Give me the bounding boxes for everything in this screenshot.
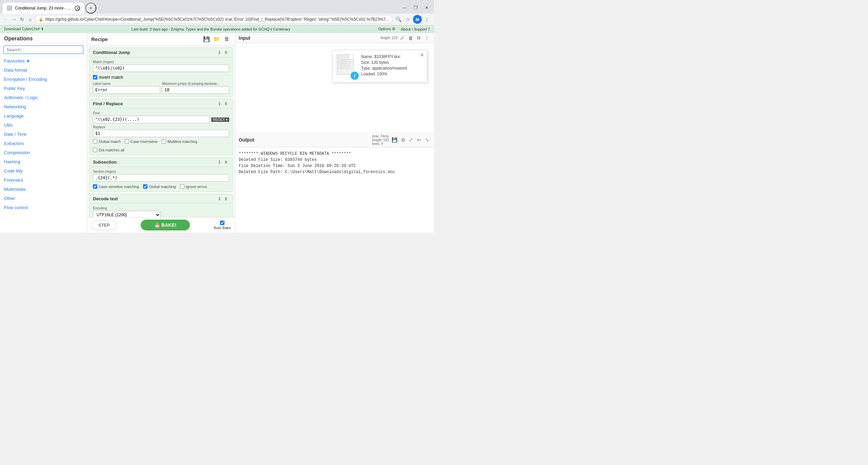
profile-button[interactable]: M [413, 15, 422, 24]
ignore-errors-checkbox[interactable]: Ignore errors [180, 184, 207, 189]
app-banner: Download CyberChef ⬇ Last build: 3 days … [0, 25, 434, 33]
bookmark-icon[interactable]: ☆ [403, 15, 412, 24]
save-recipe-button[interactable]: 💾 [202, 35, 211, 43]
multiline-1-checkbox[interactable]: Multiline matching [162, 139, 197, 144]
sidebar-item-date-time[interactable]: Date / Time [0, 130, 87, 139]
output-restore-button[interactable]: ⤢ [408, 136, 414, 143]
sidebar-item-utils[interactable]: Utils [0, 120, 87, 130]
sidebar-item-other[interactable]: Other [0, 194, 87, 203]
find-replace-1-card: Find / Replace ℹ ⏸ Find REGEX ▾ Replace [89, 99, 233, 155]
input-maximize-button[interactable]: ⤢ [399, 35, 406, 41]
reload-button[interactable]: ↻ [19, 15, 25, 24]
step-button[interactable]: STEP [91, 220, 117, 230]
subsection-pause-button[interactable]: ⏸ [223, 159, 229, 165]
invert-match-checkbox[interactable] [93, 75, 97, 79]
sidebar-item-compression[interactable]: Compression [0, 148, 87, 157]
sidebar-item-networking[interactable]: Networking [0, 102, 87, 111]
conditional-jump-header: Conditional Jump ℹ ⏸ [90, 48, 233, 57]
tab-close-button[interactable]: ✕ [75, 5, 80, 11]
output-save-button[interactable]: 💾 [390, 136, 399, 143]
minimize-button[interactable]: — [400, 3, 410, 12]
home-button[interactable]: ⌂ [27, 15, 34, 24]
find-replace-1-info-button[interactable]: ℹ [218, 101, 221, 107]
subsection-header: Subsection ℹ ⏸ [90, 157, 233, 167]
file-loaded: Loaded: 100% [361, 72, 407, 76]
input-trash-button[interactable]: 🗑 [407, 35, 414, 41]
back-button[interactable]: ← [3, 15, 9, 24]
label-name-input[interactable] [93, 86, 160, 94]
sidebar-item-favourites[interactable]: Favourites ★ [0, 56, 87, 66]
sidebar-item-forensics[interactable]: Forensics [0, 175, 87, 185]
max-jumps-label: Maximum jumps (if jumping backwar... [162, 82, 229, 86]
clear-recipe-button[interactable]: 🗑 [223, 35, 231, 43]
section-input[interactable] [93, 174, 229, 182]
sidebar-item-hashing[interactable]: Hashing [0, 157, 87, 166]
recipe-header: Recipe 💾 📁 🗑 [87, 33, 235, 45]
sidebar-item-flow-control[interactable]: Flow control [0, 203, 87, 212]
case-insensitive-1-checkbox[interactable]: Case insensitive [125, 139, 158, 144]
io-panels: Input length: 120 ⤢ 🗑 ⧉ ⋮ [235, 33, 434, 232]
sidebar-item-extractors-label: Extractors [4, 141, 24, 146]
file-info-popup: i Name: $1038FPY.doc Size: 120 bytes Typ… [332, 50, 427, 82]
sidebar-item-language[interactable]: Language [0, 111, 87, 120]
sidebar-item-extractors[interactable]: Extractors [0, 139, 87, 148]
conditional-jump-info-button[interactable]: ℹ [218, 50, 221, 55]
global-match-1-checkbox[interactable]: Global match [93, 139, 121, 144]
output-content: ******** WINDOWS RECYCLE BIN METADATA **… [235, 147, 434, 233]
encoding-select[interactable]: UTF16LE (1200) [93, 211, 161, 217]
file-type: Type: application/msword [361, 66, 407, 71]
conditional-jump-actions: ℹ ⏸ [218, 50, 229, 55]
subsection-info-button[interactable]: ℹ [218, 159, 221, 165]
encoding-label: Encoding [93, 206, 229, 210]
load-recipe-button[interactable]: 📁 [213, 35, 221, 43]
popup-close-button[interactable]: ✕ [420, 52, 424, 58]
find-1-input[interactable] [93, 116, 210, 123]
search-icon[interactable]: 🔍 [394, 15, 403, 24]
sidebar: Operations Favourites ★ Data format Encr… [0, 33, 87, 232]
sidebar-item-public-key[interactable]: Public Key [0, 84, 87, 93]
sidebar-item-favourites-label: Favourites [4, 58, 25, 63]
output-maximize-button[interactable]: ⤡ [424, 136, 431, 143]
subsection-card: Subsection ℹ ⏸ Section (regex) Case sens… [89, 157, 233, 192]
bake-button[interactable]: 🎂 BAKE! [141, 220, 190, 230]
input-menu-button[interactable]: ⋮ [423, 35, 431, 41]
conditional-jump-pause-button[interactable]: ⏸ [223, 50, 229, 55]
forward-button[interactable]: → [11, 15, 18, 24]
find-replace-1-pause-button[interactable]: ⏸ [223, 101, 229, 107]
max-jumps-input[interactable] [162, 86, 229, 94]
regex-1-badge[interactable]: REGEX ▾ [211, 117, 229, 122]
match-label: Match (regex) [93, 60, 229, 64]
replace-1-label: Replace [93, 125, 229, 129]
decode-text-info-button[interactable]: ℹ [218, 196, 221, 202]
sidebar-item-data-format[interactable]: Data format [0, 66, 87, 75]
case-sensitive-checkbox[interactable]: Case sensitive matching [93, 184, 139, 189]
sidebar-item-encryption[interactable]: Encryption / Encoding [0, 75, 87, 84]
options-button[interactable]: Options ⚙ [378, 27, 395, 31]
global-matching-checkbox[interactable]: Global matching [143, 184, 176, 189]
output-copy-button[interactable]: ⧉ [400, 136, 406, 144]
input-copy-button[interactable]: ⧉ [416, 34, 422, 41]
input-length: length: 120 [381, 36, 398, 40]
address-bar[interactable]: 🔒 https://gchq.github.io/CyberChef/#reci… [35, 15, 393, 24]
auto-bake-checkbox[interactable] [220, 221, 224, 225]
dot-matches-1-checkbox[interactable]: Dot matches all [93, 148, 124, 152]
decode-text-pause-button[interactable]: ⏸ [223, 196, 229, 202]
output-undo-button[interactable]: ↩ [416, 136, 422, 143]
browser-tab[interactable]: Conditional Jump, 23 more - CyberChef ✕ [3, 3, 84, 14]
new-tab-button[interactable]: + [85, 3, 96, 14]
search-input[interactable] [3, 45, 83, 54]
about-support-button[interactable]: About / Support ? [401, 27, 430, 31]
replace-1-input[interactable] [93, 130, 229, 137]
maximize-button[interactable]: ❐ [411, 3, 420, 12]
sidebar-item-utils-label: Utils [4, 123, 13, 128]
sidebar-item-code-tidy[interactable]: Code tidy [0, 166, 87, 175]
menu-icon[interactable]: ⋮ [422, 15, 431, 24]
sidebar-item-arithmetic[interactable]: Arithmetic / Logic [0, 93, 87, 102]
download-link[interactable]: Download CyberChef ⬇ [4, 27, 44, 31]
file-icon-doc [337, 54, 354, 75]
close-button[interactable]: ✕ [422, 3, 431, 12]
match-input[interactable] [93, 64, 229, 72]
output-meta: time: 74ms length: 193 lines: 4 [372, 134, 389, 146]
sidebar-item-arithmetic-label: Arithmetic / Logic [4, 95, 38, 100]
sidebar-item-multimedia[interactable]: Multimedia [0, 185, 87, 194]
